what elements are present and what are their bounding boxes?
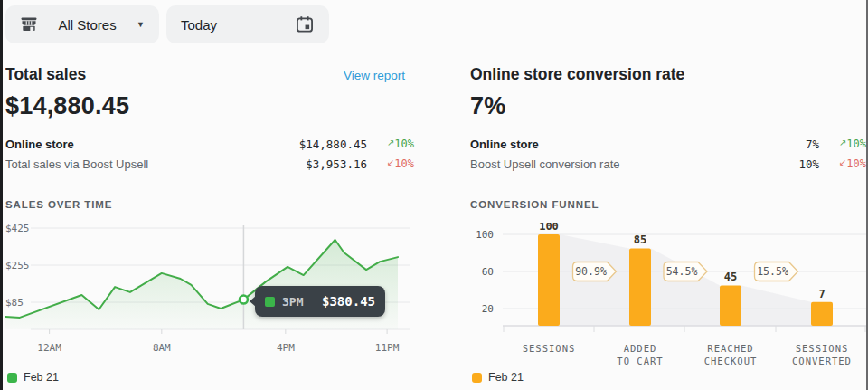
- metric-label: Online store: [470, 138, 539, 151]
- metric-value: $3,953.16: [306, 157, 367, 171]
- toolbar: All Stores ▼ Today: [5, 5, 329, 43]
- conversion-metric-rows: Online store 7% ↗10% Boost Upsell conver…: [470, 134, 866, 174]
- trend-badge: ↗10%: [819, 138, 866, 150]
- highlight-marker[interactable]: [240, 296, 248, 304]
- storefront-icon: [20, 15, 38, 33]
- total-sales-card: Total sales View report $14,880.45 Onlin…: [5, 65, 414, 385]
- total-sales-header: Total sales View report: [5, 65, 414, 84]
- trend-arrow-icon: ↗: [387, 138, 394, 147]
- funnel-bar[interactable]: [629, 248, 651, 326]
- funnel-drop-area: [651, 248, 720, 326]
- conversion-rate-card: Online store conversion rate 7% Online s…: [470, 65, 866, 385]
- trend-badge: ↙10%: [367, 157, 414, 170]
- screen-edge-left: [0, 0, 3, 390]
- total-sales-value: $14,880.45: [5, 92, 414, 120]
- store-selector-label: All Stores: [58, 17, 116, 33]
- trend-value: 10%: [846, 157, 866, 170]
- bar-value-label: 45: [724, 271, 737, 283]
- y-axis-label: 20: [482, 303, 494, 315]
- conversion-funnel-chart[interactable]: 10060201008545790.9%54.5%15.5% SESSIONSA…: [470, 223, 866, 371]
- x-axis-label: 4PM: [277, 342, 295, 354]
- sales-over-time-title: SALES OVER TIME: [5, 199, 112, 210]
- y-axis-label: $255: [5, 260, 30, 271]
- metric-value: $14,880.45: [299, 138, 367, 151]
- date-selector-button[interactable]: Today: [166, 5, 329, 43]
- trend-value: 10%: [394, 157, 414, 170]
- funnel-category-label: SESSIONS: [523, 342, 576, 355]
- y-axis-label: $85: [5, 297, 24, 309]
- metric-row-online-store: Online store $14,880.45 ↗10%: [5, 134, 414, 154]
- total-sales-title: Total sales: [5, 65, 86, 84]
- metric-row-online-store: Online store 7% ↗10%: [470, 134, 866, 154]
- metric-row-boost-upsell-rate: Boost Upsell conversion rate 10% ↙10%: [470, 154, 866, 174]
- sales-legend: Feb 21: [7, 371, 59, 384]
- legend-swatch: [7, 373, 17, 383]
- trend-value: 10%: [846, 138, 866, 150]
- bar-value-label: 100: [539, 223, 559, 233]
- funnel-drop-area: [741, 285, 811, 326]
- conversion-funnel-title: CONVERSION FUNNEL: [470, 199, 599, 210]
- legend-label: Feb 21: [24, 371, 59, 384]
- view-report-link[interactable]: View report: [344, 69, 405, 82]
- metric-label: Boost Upsell conversion rate: [470, 157, 619, 171]
- metric-label: Total sales via Boost Upsell: [5, 157, 148, 171]
- trend-value: 10%: [394, 138, 414, 150]
- conversion-header: Online store conversion rate: [470, 65, 866, 84]
- y-axis-label: $425: [5, 223, 30, 234]
- metric-value: 7%: [806, 138, 819, 151]
- tooltip-time: 3PM: [282, 295, 303, 309]
- store-selector-button[interactable]: All Stores ▼: [5, 5, 159, 43]
- calendar-icon: [295, 14, 315, 34]
- sales-over-time-chart[interactable]: $425$255$85 12AM8AM4PM11PM 3PM $380.45: [5, 223, 414, 357]
- drop-rate-value: 54.5%: [666, 265, 698, 278]
- metric-row-boost-upsell: Total sales via Boost Upsell $3,953.16 ↙…: [5, 154, 414, 174]
- funnel-category-label: REACHEDCHECKOUT: [704, 342, 758, 367]
- legend-label: Feb 21: [488, 371, 524, 384]
- tooltip-series-swatch: [265, 297, 275, 307]
- funnel-category-label: SESSIONSCONVERTED: [792, 342, 852, 367]
- conversion-title: Online store conversion rate: [470, 65, 684, 84]
- drop-rate-value: 90.9%: [575, 265, 607, 278]
- trend-badge: ↗10%: [367, 138, 414, 150]
- funnel-bar[interactable]: [720, 285, 741, 326]
- bar-value-label: 7: [818, 288, 825, 300]
- y-axis-label: 100: [476, 229, 494, 241]
- y-axis-label: 60: [482, 266, 494, 278]
- chevron-down-icon: ▼: [137, 20, 145, 29]
- x-axis-label: 11PM: [375, 342, 400, 354]
- chart-tooltip: 3PM $380.45: [255, 286, 385, 317]
- conversion-value: 7%: [470, 92, 866, 120]
- tooltip-value: $380.45: [322, 294, 375, 309]
- legend-swatch: [472, 373, 482, 383]
- funnel-legend: Feb 21: [472, 371, 524, 384]
- x-axis-label: 12AM: [37, 342, 61, 354]
- bar-value-label: 85: [634, 233, 646, 246]
- funnel-bar-chart-svg[interactable]: 10060201008545790.9%54.5%15.5%: [470, 223, 866, 335]
- trend-arrow-icon: ↙: [387, 157, 394, 167]
- trend-badge: ↙10%: [819, 157, 866, 170]
- sales-x-axis-labels: 12AM8AM4PM11PM: [5, 342, 414, 357]
- trend-arrow-icon: ↗: [839, 138, 846, 147]
- funnel-category-labels: SESSIONSADDEDTO CARTREACHEDCHECKOUTSESSI…: [470, 342, 866, 371]
- sales-line-chart-svg[interactable]: $425$255$85: [5, 223, 414, 337]
- date-selector-label: Today: [181, 17, 217, 33]
- funnel-category-label: ADDEDTO CART: [617, 342, 663, 367]
- total-sales-metric-rows: Online store $14,880.45 ↗10% Total sales…: [5, 134, 414, 174]
- funnel-bar[interactable]: [538, 234, 560, 326]
- x-axis-label: 8AM: [153, 342, 171, 354]
- drop-rate-value: 15.5%: [757, 265, 788, 278]
- metric-label: Online store: [5, 138, 74, 151]
- metric-value: 10%: [798, 157, 819, 171]
- funnel-bar[interactable]: [811, 302, 833, 326]
- trend-arrow-icon: ↙: [839, 157, 846, 167]
